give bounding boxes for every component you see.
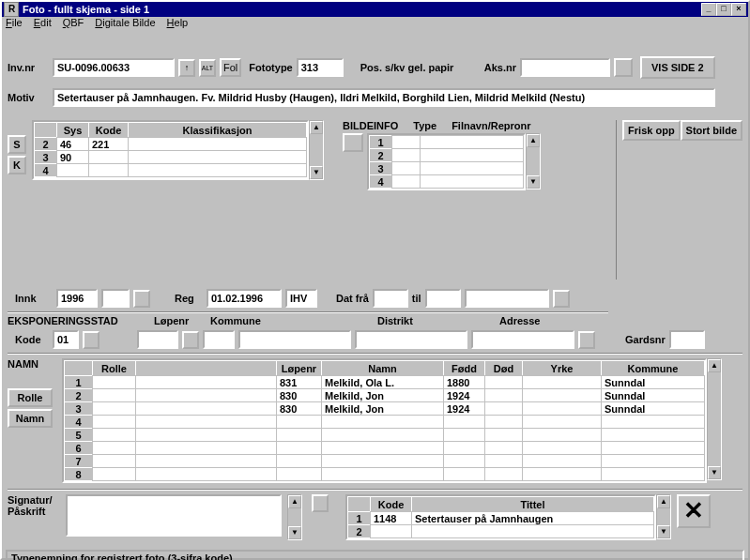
table-row[interactable]: 6: [65, 442, 705, 455]
s-button[interactable]: S: [8, 135, 26, 154]
scroll-down-icon[interactable]: ▼: [310, 166, 323, 179]
signatur-label1: Signatur/: [8, 494, 60, 506]
invnr-input[interactable]: [53, 58, 175, 77]
fototype-input[interactable]: [297, 58, 344, 77]
class-header-kode: Kode: [89, 123, 129, 138]
datfra-input[interactable]: [373, 289, 408, 308]
eksponering-heading: EKSPONERINGSSTAD: [8, 315, 154, 326]
tittel-scrollbar[interactable]: ▲ ▼: [656, 494, 671, 539]
reg-input[interactable]: [207, 289, 282, 308]
titlebar: Foto - fullt skjema - side 1 _ □ ×: [2, 2, 748, 17]
rolle-button[interactable]: Rolle: [8, 388, 53, 407]
bildeinfo-grid[interactable]: 1 2 3 4: [367, 133, 526, 190]
signatur-scrollbar[interactable]: ▲ ▼: [287, 494, 302, 540]
scroll-down-icon[interactable]: ▼: [657, 525, 670, 538]
innk-lookup-button[interactable]: [133, 290, 150, 308]
til-input[interactable]: [425, 289, 461, 308]
motiv-label: Motiv: [8, 92, 49, 103]
alt-button[interactable]: ALT: [199, 59, 216, 77]
bildeinfo-button[interactable]: [343, 133, 363, 152]
eks-adresse-lookup-button[interactable]: [578, 331, 595, 349]
ihv-input[interactable]: [285, 289, 317, 308]
table-row[interactable]: 2: [348, 525, 654, 538]
aksnr-input[interactable]: [520, 58, 610, 77]
table-row[interactable]: 4: [65, 416, 705, 429]
reg-label: Reg: [175, 293, 203, 304]
kommune-label: Kommune: [210, 315, 377, 326]
minimize-button[interactable]: _: [701, 3, 716, 16]
datfra-label: Dat frå: [336, 293, 369, 304]
scroll-down-icon[interactable]: ▼: [708, 466, 721, 479]
app-icon: [4, 2, 19, 17]
eks-kommune-input[interactable]: [238, 330, 351, 349]
class-grid[interactable]: Sys Kode Klassifikasjon 246221 390 4: [32, 120, 309, 180]
dat-extra-input[interactable]: [465, 289, 549, 308]
signatur-textarea[interactable]: [66, 494, 282, 537]
til-label: til: [412, 293, 421, 304]
menu-digitale-bilde[interactable]: Digitale Bilde: [95, 17, 155, 28]
table-row[interactable]: 8: [65, 468, 705, 481]
scroll-down-icon[interactable]: ▼: [527, 175, 540, 189]
tittel-grid[interactable]: Kode Tittel 11148Setertauser på Jamnhaug…: [345, 494, 656, 540]
table-row[interactable]: 1831Melkild, Ola L.1880Sunndal: [65, 376, 705, 389]
maximize-button[interactable]: □: [716, 3, 731, 16]
fol-button[interactable]: Fol: [220, 58, 241, 77]
table-row[interactable]: 5: [65, 429, 705, 442]
pos-label: Pos. s/kv gel. papir: [360, 62, 481, 73]
window-title: Foto - fullt skjema - side 1: [23, 4, 701, 15]
namn-button[interactable]: Namn: [8, 409, 53, 428]
table-row[interactable]: 2830Melkild, Jon1924Sunndal: [65, 389, 705, 402]
eks-distrikt-input[interactable]: [355, 330, 467, 349]
k-button[interactable]: K: [8, 156, 26, 174]
lopenr-label: Løpenr: [154, 315, 210, 326]
eks-k-input[interactable]: [203, 330, 235, 349]
bilde-filnavn-label: Filnavn/Repronr: [452, 120, 530, 131]
scroll-down-icon[interactable]: ▼: [288, 526, 301, 539]
status-bar: Typenemning for registrert foto (3-sifra…: [6, 550, 744, 560]
signatur-lookup-button[interactable]: [312, 494, 329, 512]
close-x-button[interactable]: ✕: [677, 494, 711, 528]
fototype-label: Fototype: [249, 62, 292, 73]
innk-input[interactable]: [56, 289, 98, 308]
gardsnr-input[interactable]: [669, 330, 705, 349]
adresse-label: Adresse: [499, 315, 540, 326]
menubar: File Edit QBF Digitale Bilde Help: [2, 17, 748, 28]
class-header-sys: Sys: [57, 123, 89, 138]
close-button[interactable]: ×: [731, 3, 746, 16]
class-header-klass: Klassifikasjon: [129, 123, 307, 138]
vis-side-2-button[interactable]: VIS SIDE 2: [640, 56, 715, 79]
namn-scrollbar[interactable]: ▲ ▼: [707, 358, 722, 480]
gardsnr-label: Gardsnr: [625, 334, 666, 345]
motiv-input[interactable]: [53, 88, 715, 107]
eks-lopenr-lookup-button[interactable]: [182, 331, 199, 349]
eks-lopenr-input[interactable]: [137, 330, 178, 349]
bildeinfo-label: BILDEINFO: [343, 120, 398, 131]
scroll-up-icon[interactable]: ▲: [288, 495, 301, 508]
dat-lookup-button[interactable]: [553, 290, 570, 308]
aksnr-label: Aks.nr: [484, 62, 516, 73]
kode-label: Kode: [15, 334, 49, 345]
class-grid-scrollbar[interactable]: ▲ ▼: [309, 120, 324, 180]
table-row[interactable]: 7: [65, 455, 705, 468]
eks-adresse-input[interactable]: [471, 330, 574, 349]
scroll-up-icon[interactable]: ▲: [708, 359, 721, 372]
menu-edit[interactable]: Edit: [34, 17, 52, 28]
menu-help[interactable]: Help: [167, 17, 189, 28]
table-row[interactable]: 3830Melkild, Jon1924Sunndal: [65, 402, 705, 416]
bildeinfo-scrollbar[interactable]: ▲ ▼: [526, 133, 541, 189]
stort-bilde-button[interactable]: Stort bilde: [681, 120, 742, 141]
eks-kode-lookup-button[interactable]: [83, 331, 99, 349]
up-button[interactable]: ↑: [178, 59, 195, 77]
scroll-up-icon[interactable]: ▲: [527, 134, 540, 147]
namn-grid[interactable]: Rolle Løpenr Namn Fødd Død Yrke Kommune …: [62, 358, 707, 483]
frisk-opp-button[interactable]: Frisk opp: [622, 120, 681, 141]
eks-kode-input[interactable]: [53, 330, 79, 349]
scroll-up-icon[interactable]: ▲: [657, 495, 670, 508]
aksnr-lookup-button[interactable]: [614, 58, 633, 77]
table-row[interactable]: 11148Setertauser på Jamnhaugen: [348, 512, 654, 525]
innk-extra-input[interactable]: [101, 289, 130, 308]
menu-file[interactable]: File: [6, 17, 23, 28]
signatur-label2: Påskrift: [8, 506, 60, 517]
menu-qbf[interactable]: QBF: [63, 17, 84, 28]
scroll-up-icon[interactable]: ▲: [310, 121, 323, 134]
